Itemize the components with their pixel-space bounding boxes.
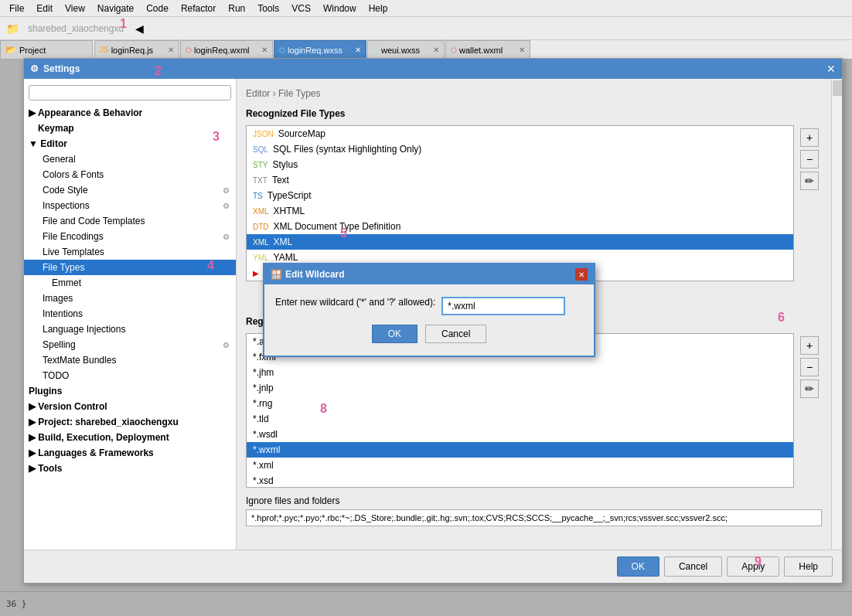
modal-overlay: 🪟 Edit Wildcard ✕ Enter new wildcard ('*… <box>0 0 852 616</box>
modal-header: 🪟 Edit Wildcard ✕ <box>264 264 594 284</box>
modal-body: Enter new wildcard ('*' and '?' allowed)… <box>264 284 594 356</box>
edit-wildcard-dialog: 🪟 Edit Wildcard ✕ Enter new wildcard ('*… <box>263 263 595 357</box>
modal-icon: 🪟 <box>271 269 282 280</box>
modal-close-btn[interactable]: ✕ <box>575 268 588 281</box>
modal-label: Enter new wildcard ('*' and '?' allowed)… <box>275 297 435 308</box>
modal-ok-btn[interactable]: OK <box>372 325 417 343</box>
wildcard-input[interactable] <box>441 297 565 315</box>
modal-buttons: OK Cancel <box>275 325 583 343</box>
modal-cancel-btn[interactable]: Cancel <box>425 325 486 343</box>
modal-title-bar: 🪟 Edit Wildcard <box>271 269 345 280</box>
modal-title-label: Edit Wildcard <box>285 269 345 280</box>
modal-input-row: Enter new wildcard ('*' and '?' allowed)… <box>275 297 583 315</box>
